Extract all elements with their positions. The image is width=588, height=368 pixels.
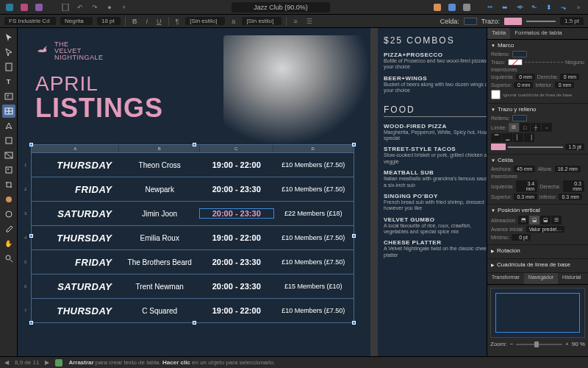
cell-day[interactable]: FRIDAY: [32, 184, 119, 195]
col-letter[interactable]: C: [200, 145, 273, 152]
table-row[interactable]: 7 THURSDAY C Squared 19:00 - 22:00 £10 M…: [32, 298, 354, 322]
stroke-swatch[interactable]: [508, 59, 523, 66]
cell-fill-swatch[interactable]: [464, 18, 477, 25]
table-row[interactable]: 4 THURSDAY Emilia Roux 19:00 - 22:00 £10…: [32, 225, 354, 250]
align-left-icon[interactable]: ⬰: [485, 2, 495, 13]
tab-navegador[interactable]: Navegador: [524, 273, 558, 284]
selection-handle[interactable]: [29, 143, 33, 146]
top-field[interactable]: 0.3 mm: [514, 194, 537, 200]
tab-formatos[interactable]: Formatos de tabla: [510, 28, 566, 39]
stroke-weight-field[interactable]: 1.5 pt: [565, 144, 584, 150]
border-left-icon[interactable]: ▏: [513, 133, 523, 142]
row-number[interactable]: 3: [24, 202, 30, 225]
swatch-icon-3[interactable]: [462, 2, 472, 13]
row-number[interactable]: 6: [24, 275, 30, 298]
zoom-slider[interactable]: [516, 344, 562, 345]
stroke-style-preview[interactable]: [525, 62, 563, 63]
align-center-v-icon[interactable]: ⬍: [544, 2, 554, 13]
underline-button[interactable]: U: [154, 18, 164, 25]
cell-day[interactable]: THURSDAY: [32, 233, 119, 244]
selection-handle[interactable]: [193, 143, 196, 146]
valign-bottom-icon[interactable]: ⬓: [540, 216, 551, 224]
valign-center-icon[interactable]: ⬓: [529, 216, 539, 224]
char-style-icon[interactable]: a: [229, 18, 237, 25]
border-none-icon[interactable]: ▫: [542, 123, 552, 132]
canvas[interactable]: THE VELVET NIGHTINGALE APRIL LISTINGS: [18, 28, 487, 356]
zoom-tool-icon[interactable]: [2, 252, 15, 265]
hand-tool-icon[interactable]: ✋: [2, 237, 15, 250]
color-picker-tool-icon[interactable]: [2, 222, 15, 236]
bottom-field[interactable]: 0.3 mm: [559, 194, 581, 200]
cell-day[interactable]: FRIDAY: [32, 257, 119, 268]
cell-act[interactable]: C Squared: [119, 307, 199, 315]
zoom-value-field[interactable]: 90 %: [572, 341, 585, 347]
height-field[interactable]: 16.2 mm: [555, 166, 581, 172]
cell-act[interactable]: Jimin Joon: [119, 210, 199, 218]
right-field[interactable]: 0.3 mm: [563, 180, 584, 192]
cell-price[interactable]: £10 Members (£7.50): [273, 258, 354, 266]
row-number[interactable]: 5: [24, 250, 30, 274]
border-top-icon[interactable]: ▔: [491, 133, 501, 142]
undo-icon[interactable]: ↶: [75, 2, 85, 13]
fill-tool-icon[interactable]: [2, 193, 15, 206]
cell-price[interactable]: £10 Members (£7.50): [273, 161, 354, 169]
cell-act[interactable]: Newpark: [119, 185, 199, 194]
swatch-icon-2[interactable]: [447, 2, 457, 13]
border-inner-icon[interactable]: ┼: [531, 123, 541, 132]
align-left-text-icon[interactable]: ≡: [291, 18, 299, 25]
table-row[interactable]: 3 SATURDAY Jimin Joon 20:00 - 23:30 £22 …: [32, 201, 354, 225]
disclosure-icon[interactable]: ▼: [491, 107, 495, 112]
cell-act[interactable]: Trent Newman: [119, 283, 199, 291]
bold-button[interactable]: B: [130, 18, 140, 25]
row-number[interactable]: 7: [24, 299, 30, 322]
text-tool-icon[interactable]: T: [2, 75, 15, 88]
cell-act[interactable]: Emilia Roux: [119, 234, 199, 242]
frame-text-tool-icon[interactable]: T: [2, 90, 15, 103]
border-bottom-icon[interactable]: ▁: [502, 133, 512, 142]
row-number[interactable]: 1: [24, 153, 30, 177]
move-tool-icon[interactable]: [2, 31, 15, 44]
stroke-weight-field[interactable]: 1.5 pt: [560, 17, 584, 25]
file-menu-icon[interactable]: [60, 2, 71, 13]
col-letter[interactable]: A: [32, 145, 119, 152]
width-field[interactable]: 45 mm: [514, 166, 535, 172]
page-tool-icon[interactable]: [2, 60, 15, 74]
italic-button[interactable]: I: [144, 18, 151, 25]
right-field[interactable]: 0 mm: [560, 74, 579, 80]
selection-handle[interactable]: [352, 143, 356, 146]
char-style-field[interactable]: [Sin estilo]: [242, 17, 282, 25]
app-icon-3[interactable]: [34, 2, 44, 13]
table-row[interactable]: 6 SATURDAY Trent Newman 20:00 - 23:30 £1…: [32, 274, 354, 298]
min-field[interactable]: 0 pt: [512, 234, 531, 241]
table-tool-icon[interactable]: [2, 105, 15, 118]
redo-icon[interactable]: ↷: [90, 2, 100, 13]
disclosure-icon[interactable]: ▼: [491, 208, 495, 213]
cell-day[interactable]: THURSDAY: [32, 305, 119, 316]
align-bottom-icon[interactable]: ⬎: [559, 2, 569, 13]
cell-time[interactable]: 20:00 - 23:30: [200, 282, 273, 291]
cell-time[interactable]: 20:00 - 23:30: [200, 209, 273, 218]
valign-justify-icon[interactable]: ☰: [551, 216, 562, 224]
preflight-icon[interactable]: [55, 359, 62, 367]
fill-swatch[interactable]: [512, 51, 527, 57]
para-style-icon[interactable]: ¶: [173, 18, 182, 25]
stroke-color-swatch[interactable]: [491, 144, 506, 150]
shape-tool-icon[interactable]: [2, 134, 15, 147]
col-letter[interactable]: D: [273, 145, 354, 152]
listings-table[interactable]: A B C D 1 THURSDAY Theon Cross 19:00 - 2…: [31, 144, 354, 323]
app-icon-1[interactable]: [4, 2, 15, 13]
navigator-thumbnail[interactable]: [490, 288, 585, 338]
menu-text-frame[interactable]: $25 COMBOS PIZZA+PROSECCOBottle of Prose…: [378, 28, 487, 356]
dot-icon[interactable]: ●: [104, 2, 115, 13]
page-left-icon[interactable]: ◀: [4, 359, 9, 366]
row-number[interactable]: 4: [24, 226, 30, 250]
transparency-tool-icon[interactable]: [2, 208, 15, 221]
cell-day[interactable]: SATURDAY: [32, 281, 119, 292]
place-image-tool-icon[interactable]: [2, 163, 15, 177]
vector-crop-tool-icon[interactable]: [2, 178, 15, 191]
disclosure-icon[interactable]: ▶: [491, 262, 495, 267]
cell-time[interactable]: 20:00 - 23:30: [200, 185, 273, 194]
stroke-color-swatch[interactable]: [504, 18, 522, 25]
tab-transformar[interactable]: Transformar: [487, 273, 524, 284]
cell-time[interactable]: 19:00 - 22:00: [200, 160, 273, 169]
